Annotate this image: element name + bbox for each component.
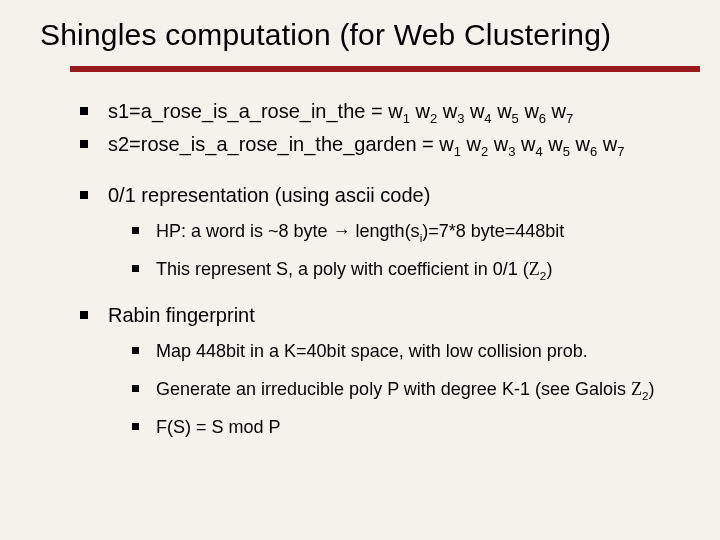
subbullet-irr: Generate an irreducible poly P with degr… [132, 377, 690, 401]
subbullet-map: Map 448bit in a K=40bit space, with low … [132, 339, 690, 363]
bullet-s1: s1=a_rose_is_a_rose_in_the = w1 w2 w3 w4… [80, 98, 690, 125]
slide-title: Shingles computation (for Web Clustering… [40, 18, 690, 52]
slide-body: s1=a_rose_is_a_rose_in_the = w1 w2 w3 w4… [80, 98, 690, 439]
w-sub: 7 [566, 111, 573, 126]
w-sub: 5 [563, 144, 570, 159]
subbullet-poly-pre: This represent S, a poly with coefficien… [156, 259, 529, 279]
w-sub: 5 [512, 111, 519, 126]
subbullet-poly: This represent S, a poly with coefficien… [132, 257, 690, 281]
w-sub: 3 [508, 144, 515, 159]
bullet-s2: s2=rose_is_a_rose_in_the_garden = w1 w2 … [80, 131, 690, 158]
subbullet-fs: F(S) = S mod P [132, 415, 690, 439]
w-sub: 7 [617, 144, 624, 159]
w-sub: 1 [454, 144, 461, 159]
subbullet-poly-post: ) [546, 259, 552, 279]
w-sub: 2 [481, 144, 488, 159]
w-sub: 4 [536, 144, 543, 159]
bullet-repr-text: 0/1 representation (using ascii code) [108, 184, 430, 206]
subbullet-hp-pre: HP: a word is ~8 byte → length(s [156, 221, 420, 241]
bullet-rabin: Rabin fingerprint Map 448bit in a K=40bi… [80, 302, 690, 440]
w-sub: 1 [403, 111, 410, 126]
w-sub: 6 [539, 111, 546, 126]
subbullet-irr-post: ) [648, 379, 654, 399]
z-symbol: Z [529, 259, 540, 279]
w-sub: 3 [457, 111, 464, 126]
subbullet-hp: HP: a word is ~8 byte → length(si)=7*8 b… [132, 219, 690, 243]
title-rule [70, 66, 700, 72]
bullet-rabin-text: Rabin fingerprint [108, 304, 255, 326]
z-symbol: Z [631, 379, 642, 399]
w-sub: 6 [590, 144, 597, 159]
subbullet-fs-text: F(S) = S mod P [156, 417, 281, 437]
w-sub: 4 [484, 111, 491, 126]
bullet-repr: 0/1 representation (using ascii code) HP… [80, 182, 690, 282]
subbullet-map-text: Map 448bit in a K=40bit space, with low … [156, 341, 588, 361]
bullet-s2-text: s2=rose_is_a_rose_in_the_garden = w [108, 133, 454, 155]
w-sub: 2 [430, 111, 437, 126]
bullet-s1-text: s1=a_rose_is_a_rose_in_the = w [108, 100, 403, 122]
subbullet-hp-post: )=7*8 byte=448bit [422, 221, 564, 241]
subbullet-irr-pre: Generate an irreducible poly P with degr… [156, 379, 631, 399]
